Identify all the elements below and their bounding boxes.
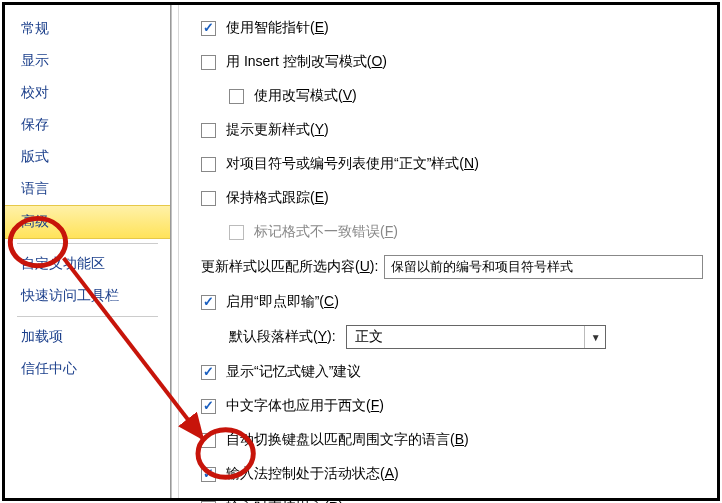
label-update-style-match: 更新样式以匹配所选内容(U): <box>201 258 378 276</box>
label-ime-inline: 输入时直接嵌入(R) <box>226 499 343 503</box>
sidebar-item-language[interactable]: 语言 <box>5 173 170 205</box>
sidebar-item-trust-center[interactable]: 信任中心 <box>5 353 170 385</box>
sidebar-divider-2 <box>17 316 158 317</box>
label-ime-active: 输入法控制处于活动状态(A) <box>226 465 399 483</box>
checkbox-smart-pointer[interactable] <box>201 21 216 36</box>
sidebar-item-display[interactable]: 显示 <box>5 45 170 77</box>
sidebar-item-addins[interactable]: 加载项 <box>5 321 170 353</box>
label-default-para-style: 默认段落样式(Y): <box>229 328 336 346</box>
label-show-memory-ime: 显示“记忆式键入”建议 <box>226 363 361 381</box>
label-smart-pointer: 使用智能指针(E) <box>226 19 329 37</box>
sidebar-item-layout[interactable]: 版式 <box>5 141 170 173</box>
sidebar-item-proofing[interactable]: 校对 <box>5 77 170 109</box>
select-default-para-style[interactable]: 正文 ▼ <box>346 325 606 349</box>
chevron-down-icon: ▼ <box>584 326 601 348</box>
checkbox-insert-overwrite[interactable] <box>201 55 216 70</box>
checkbox-keep-format-track[interactable] <box>201 191 216 206</box>
sidebar-item-advanced[interactable]: 高级 <box>5 205 170 239</box>
checkbox-mark-format-inconsistency[interactable] <box>229 225 244 240</box>
input-update-style-match[interactable] <box>384 255 703 279</box>
checkbox-auto-switch-kb[interactable] <box>201 433 216 448</box>
sidebar-item-customize-ribbon[interactable]: 自定义功能区 <box>5 248 170 280</box>
label-use-overwrite: 使用改写模式(V) <box>254 87 357 105</box>
checkbox-prompt-update-style[interactable] <box>201 123 216 138</box>
sidebar-divider-1 <box>17 243 158 244</box>
label-insert-overwrite: 用 Insert 控制改写模式(O) <box>226 53 387 71</box>
label-auto-switch-kb: 自动切换键盘以匹配周围文字的语言(B) <box>226 431 469 449</box>
label-prompt-update-style: 提示更新样式(Y) <box>226 121 329 139</box>
sidebar-item-general[interactable]: 常规 <box>5 13 170 45</box>
sidebar: 常规 显示 校对 保存 版式 语言 高级 自定义功能区 快速访问工具栏 加载项 … <box>5 5 171 498</box>
label-enable-click-type: 启用“即点即输”(C) <box>226 293 339 311</box>
checkbox-bullet-normal[interactable] <box>201 157 216 172</box>
label-bullet-normal: 对项目符号或编号列表使用“正文”样式(N) <box>226 155 479 173</box>
label-cjk-font-western: 中文字体也应用于西文(F) <box>226 397 384 415</box>
label-keep-format-track: 保持格式跟踪(E) <box>226 189 329 207</box>
sidebar-item-save[interactable]: 保存 <box>5 109 170 141</box>
checkbox-cjk-font-western[interactable] <box>201 399 216 414</box>
label-mark-format-inconsistency: 标记格式不一致错误(F) <box>254 223 398 241</box>
options-dialog: 常规 显示 校对 保存 版式 语言 高级 自定义功能区 快速访问工具栏 加载项 … <box>2 2 720 501</box>
checkbox-show-memory-ime[interactable] <box>201 365 216 380</box>
select-value: 正文 <box>355 328 383 346</box>
checkbox-ime-active[interactable] <box>201 467 216 482</box>
checkbox-use-overwrite[interactable] <box>229 89 244 104</box>
main-panel: 使用智能指针(E) 用 Insert 控制改写模式(O) 使用改写模式(V) 提… <box>179 5 717 498</box>
checkbox-enable-click-type[interactable] <box>201 295 216 310</box>
sidebar-item-quick-access[interactable]: 快速访问工具栏 <box>5 280 170 312</box>
